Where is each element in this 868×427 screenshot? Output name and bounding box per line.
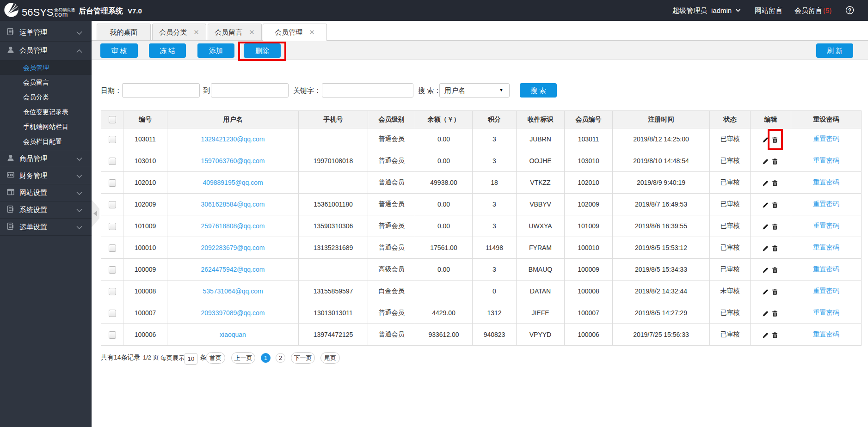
svg-text:?: ? — [848, 7, 851, 14]
